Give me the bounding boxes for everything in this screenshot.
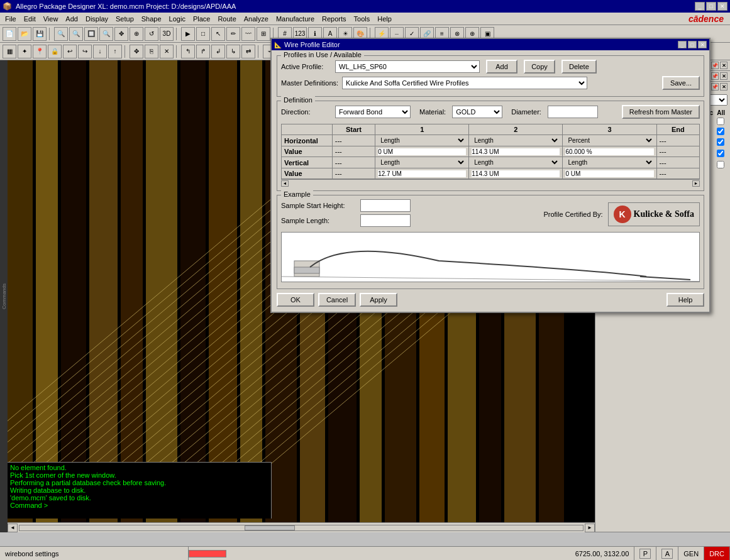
master-def-select[interactable]: Kulicke And Soffa Certified Wire Profile… — [342, 77, 587, 89]
v2-2-input[interactable] — [472, 170, 560, 177]
scroll-track[interactable] — [19, 525, 583, 531]
vert3-select[interactable]: Length — [565, 158, 653, 167]
menu-setup[interactable]: Setup — [112, 14, 138, 24]
td-h-3[interactable]: Percent — [563, 135, 656, 146]
tb2-lock[interactable]: 🔒 — [48, 45, 62, 58]
tb-zoom-fit[interactable]: 🔲 — [84, 27, 98, 41]
menu-place[interactable]: Place — [189, 14, 214, 24]
copy-button[interactable]: Copy — [524, 60, 555, 74]
active-profile-select[interactable]: WL_LH5_SP60 — [335, 60, 480, 73]
tb-pan[interactable]: ✥ — [114, 27, 128, 41]
td-v1-3[interactable] — [563, 146, 656, 157]
tb-select[interactable]: ▶ — [181, 27, 195, 41]
find-pin[interactable]: 📌 — [711, 72, 719, 80]
menu-display[interactable]: Display — [82, 14, 112, 24]
ok-button[interactable]: OK — [277, 293, 314, 307]
tb-wire[interactable]: 〰 — [241, 27, 255, 41]
tbl-scroll-left[interactable]: ◄ — [281, 180, 289, 187]
tb-zoom2[interactable]: 🔍 — [99, 27, 113, 41]
help-button[interactable]: Help — [666, 293, 704, 307]
td-v2-1[interactable] — [375, 168, 469, 179]
td-v2-3[interactable] — [563, 168, 656, 179]
tb-pencil[interactable]: ✏ — [226, 27, 240, 41]
cancel-button[interactable]: Cancel — [318, 293, 356, 307]
die1-all-cb[interactable] — [717, 150, 724, 157]
maximize-button[interactable]: □ — [706, 2, 716, 11]
tb-cursor[interactable]: ↖ — [211, 27, 225, 41]
tb2-up[interactable]: ↑ — [108, 45, 122, 58]
h2-select[interactable]: Length — [472, 136, 560, 145]
tb2-r4[interactable]: ↳ — [226, 45, 240, 58]
wpe-maximize[interactable]: □ — [688, 41, 697, 48]
menu-add[interactable]: Add — [62, 14, 82, 24]
add-button[interactable]: Add — [486, 60, 517, 74]
tb2-down[interactable]: ↓ — [93, 45, 107, 58]
td-h-1[interactable]: Length — [375, 135, 469, 146]
tb2-undo[interactable]: ↩ — [63, 45, 77, 58]
scroll-thumb[interactable] — [245, 525, 295, 530]
tb2-snap[interactable]: ✦ — [18, 45, 31, 58]
options-close[interactable]: ✕ — [720, 62, 727, 69]
tb2-r2[interactable]: ↱ — [196, 45, 210, 58]
tb-rect[interactable]: □ — [196, 27, 210, 41]
tb2-pin[interactable]: 📍 — [33, 45, 47, 58]
menu-edit[interactable]: Edit — [20, 14, 40, 24]
v2-3-input[interactable] — [565, 170, 653, 177]
h3-select[interactable]: Percent — [565, 136, 653, 145]
v1-3-input[interactable] — [565, 148, 653, 155]
menu-shape[interactable]: Shape — [138, 14, 165, 24]
tb-place[interactable]: ⊞ — [257, 27, 270, 41]
wpe-minimize[interactable]: _ — [678, 41, 687, 48]
tb2-r3[interactable]: ↲ — [211, 45, 225, 58]
planes-all-cb[interactable] — [717, 128, 724, 135]
tb-zoom-out[interactable]: 🔍 — [69, 27, 83, 41]
menu-reports[interactable]: Reports — [318, 14, 350, 24]
delete-button[interactable]: Delete — [561, 60, 597, 74]
tb-redraw[interactable]: ↺ — [145, 27, 158, 41]
die2-all-cb[interactable] — [717, 138, 724, 146]
tb-3d[interactable]: 3D — [160, 27, 174, 41]
options-pin[interactable]: 📌 — [711, 62, 719, 69]
tb-zoom-in[interactable]: 🔍 — [54, 27, 68, 41]
tb-zoom3[interactable]: ⊕ — [130, 27, 143, 41]
menu-help[interactable]: Help — [373, 14, 395, 24]
menu-logic[interactable]: Logic — [165, 14, 189, 24]
layer1-all-cb[interactable] — [717, 161, 724, 168]
cond-all-cb[interactable] — [717, 118, 724, 125]
apply-button[interactable]: Apply — [360, 293, 397, 307]
td-h-2[interactable]: Length — [469, 135, 563, 146]
tb2-grid[interactable]: ▦ — [3, 45, 16, 58]
titlebar-controls[interactable]: _ □ ✕ — [695, 2, 727, 11]
tb-open[interactable]: 📂 — [18, 27, 31, 41]
table-hscroll[interactable]: ◄ ► — [281, 179, 700, 187]
menu-route[interactable]: Route — [214, 14, 240, 24]
menu-tools[interactable]: Tools — [350, 14, 374, 24]
tb2-flip[interactable]: ⇄ — [241, 45, 255, 58]
v2-1-input[interactable] — [378, 170, 466, 177]
h1-select[interactable]: Length — [378, 136, 466, 145]
tbl-scroll-right[interactable]: ► — [692, 180, 700, 187]
diameter-input[interactable]: 25.4 UM — [548, 106, 598, 118]
v1-2-input[interactable] — [472, 148, 560, 155]
td-v1-2[interactable] — [469, 146, 563, 157]
td-vert-3[interactable]: Length — [563, 157, 656, 168]
menu-analyze[interactable]: Analyze — [240, 14, 272, 24]
save-button[interactable]: Save... — [662, 76, 700, 90]
td-vert-2[interactable]: Length — [469, 157, 563, 168]
tb-new[interactable]: 📄 — [3, 27, 16, 41]
scroll-left-btn[interactable]: ◄ — [8, 524, 18, 532]
canvas-hscrollbar[interactable]: ◄ ► — [8, 522, 595, 532]
tb2-del[interactable]: ✕ — [160, 45, 174, 58]
tb-save[interactable]: 💾 — [33, 27, 47, 41]
v1-1-input[interactable] — [378, 148, 466, 155]
find-close[interactable]: ✕ — [720, 72, 727, 80]
td-v1-1[interactable] — [375, 146, 469, 157]
scroll-right-btn[interactable]: ► — [585, 524, 595, 532]
wpe-close[interactable]: ✕ — [698, 41, 707, 48]
p-button[interactable]: P — [639, 549, 651, 559]
menu-view[interactable]: View — [40, 14, 62, 24]
a-button[interactable]: A — [661, 549, 673, 559]
sample-length-input[interactable]: 5080 UM — [360, 214, 411, 227]
sample-height-input[interactable]: 200 UM — [360, 199, 411, 212]
minimize-button[interactable]: _ — [695, 2, 705, 11]
